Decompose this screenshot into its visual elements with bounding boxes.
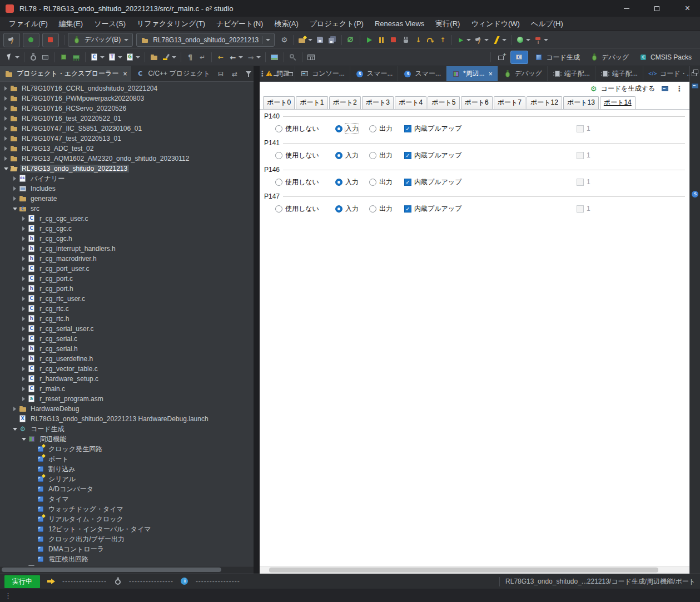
editor-tab-5[interactable]: *周辺...×: [446, 66, 498, 81]
connection-button[interactable]: [514, 34, 532, 46]
tree-item[interactable]: generate: [0, 194, 254, 204]
expand-arrow-icon[interactable]: [11, 176, 18, 181]
maximize-button[interactable]: [284, 68, 296, 80]
tree-item[interactable]: RL78G10Y16_RCServo_20220526: [0, 103, 254, 114]
run-config-button[interactable]: [455, 34, 473, 46]
checkbox-icon[interactable]: ✓: [404, 179, 411, 186]
tree-item[interactable]: r_cg_rtc.h: [0, 314, 254, 324]
scrollbar-thumb[interactable]: [269, 568, 658, 573]
scrollbar-thumb[interactable]: [2, 568, 221, 572]
menu-item-9[interactable]: 実行(R): [430, 17, 465, 31]
expand-arrow-icon[interactable]: [20, 367, 27, 371]
radio-option[interactable]: 出力: [369, 177, 404, 187]
expand-arrow-icon[interactable]: [20, 377, 27, 381]
expand-arrow-icon[interactable]: [20, 246, 27, 251]
tree-item[interactable]: 電圧検出回路: [0, 554, 254, 564]
tree-item[interactable]: Includes: [0, 184, 254, 194]
rail-restore-panel-button[interactable]: [691, 68, 699, 77]
expand-arrow-icon[interactable]: [20, 256, 27, 261]
radio-option[interactable]: 出力: [369, 124, 404, 134]
new-cfile-button[interactable]: [88, 52, 106, 63]
radio-selected-icon[interactable]: [335, 152, 342, 159]
pullup-checkbox-option[interactable]: ✓内蔵プルアップ: [404, 177, 476, 187]
coverage-button[interactable]: [23, 33, 39, 47]
view-menu-icon[interactable]: [675, 85, 684, 93]
extra-checkbox-option[interactable]: 1: [577, 125, 590, 132]
expand-arrow-icon[interactable]: [2, 106, 9, 111]
radio-icon[interactable]: [369, 179, 376, 186]
radio-option[interactable]: 使用しない: [275, 151, 335, 160]
editor-horizontal-scrollbar[interactable]: [260, 566, 689, 574]
editor-tab-8[interactable]: 端子配...: [595, 66, 643, 81]
explorer-horizontal-scrollbar[interactable]: [0, 566, 254, 574]
rail-smart-mini-button[interactable]: [691, 190, 699, 199]
expand-arrow-icon[interactable]: [20, 327, 27, 331]
collapse-arrow-icon[interactable]: [20, 438, 27, 441]
tree-item[interactable]: r_cg_rtc.c: [0, 304, 254, 314]
expand-arrow-icon[interactable]: [20, 216, 27, 221]
port-tab-ポート3[interactable]: ポート3: [362, 96, 394, 109]
expand-arrow-icon[interactable]: [2, 126, 9, 131]
tree-item[interactable]: コード生成: [0, 424, 254, 434]
maximize-window-button[interactable]: [644, 0, 669, 17]
tree-item[interactable]: r_cg_macrodriver.h: [0, 254, 254, 264]
tree-item[interactable]: バイナリー: [0, 174, 254, 184]
filter-button[interactable]: [242, 68, 255, 80]
tree-item[interactable]: src: [0, 204, 254, 214]
checkbox-icon[interactable]: ✓: [404, 125, 411, 132]
resume-button[interactable]: [363, 34, 375, 46]
explorer-tab-1[interactable]: プロジェクト・エクスプローラー×: [0, 66, 131, 81]
edit-back-button[interactable]: [215, 52, 227, 63]
editor-tab-3[interactable]: スマー...: [350, 66, 399, 81]
save-button[interactable]: [314, 34, 326, 46]
tree-item[interactable]: A/Dコンバータ: [0, 484, 254, 494]
rail-console-blue-button[interactable]: [691, 82, 699, 91]
collapse-arrow-icon[interactable]: [11, 428, 18, 431]
expand-arrow-icon[interactable]: [2, 136, 9, 141]
cursor-button[interactable]: [3, 52, 21, 63]
save-all-button[interactable]: [326, 34, 339, 46]
pilcrow-button[interactable]: [184, 52, 196, 63]
tree-item[interactable]: クロック出力/ブザー出力: [0, 534, 254, 544]
minimize-window-button[interactable]: [614, 0, 639, 17]
expand-arrow-icon[interactable]: [2, 116, 9, 121]
expand-arrow-icon[interactable]: [20, 236, 27, 241]
expand-arrow-icon[interactable]: [2, 96, 9, 101]
tree-item[interactable]: r_cg_port.c: [0, 274, 254, 284]
tree-item[interactable]: RL78G13_ondo_shitudo_20221213 HardwareDe…: [0, 414, 254, 424]
trace-button[interactable]: [39, 52, 52, 63]
radio-selected-icon[interactable]: [335, 179, 342, 186]
radio-option[interactable]: 入力: [335, 124, 369, 134]
expand-arrow-icon[interactable]: [20, 337, 27, 341]
open-folder-button[interactable]: [148, 52, 160, 63]
new-gfile-button[interactable]: [124, 52, 142, 63]
menu-item-1[interactable]: ファイル(F): [3, 17, 53, 31]
tree-item[interactable]: r_cg_serial.c: [0, 334, 254, 344]
tree-item[interactable]: r_cg_cgc.h: [0, 234, 254, 244]
pullup-checkbox-option[interactable]: ✓内蔵プルアップ: [404, 124, 476, 134]
suspend-button[interactable]: [375, 34, 388, 46]
panel-splitter[interactable]: [254, 66, 260, 574]
pullup-checkbox-option[interactable]: ✓内蔵プルアップ: [404, 151, 476, 160]
expand-arrow-icon[interactable]: [20, 297, 27, 301]
perspective-button-3[interactable]: CMSIS Packs: [635, 51, 696, 63]
close-icon[interactable]: ×: [123, 70, 127, 78]
expand-arrow-icon[interactable]: [20, 277, 27, 281]
editor-tab-2[interactable]: コンソー...: [295, 66, 350, 81]
port-tab-ポート7[interactable]: ポート7: [494, 96, 525, 109]
tree-item[interactable]: ウォッチドッグ・タイマ: [0, 504, 254, 514]
editor-tab-4[interactable]: スマー...: [398, 66, 446, 81]
radio-icon[interactable]: [275, 125, 282, 132]
radio-option[interactable]: 入力: [335, 204, 369, 214]
memory-button[interactable]: [70, 52, 82, 63]
stop-red-button[interactable]: [42, 33, 59, 47]
tree-item[interactable]: リアルタイム・クロック: [0, 514, 254, 524]
tree-item[interactable]: 割り込み: [0, 464, 254, 474]
expand-arrow-icon[interactable]: [20, 267, 27, 271]
checkbox-icon[interactable]: [577, 179, 584, 186]
tree-item[interactable]: RL78G13_AQM1602_AM2320_ondo_shitudo_2023…: [0, 154, 254, 164]
expand-arrow-icon[interactable]: [20, 287, 27, 291]
expand-arrow-icon[interactable]: [11, 407, 18, 411]
tree-item[interactable]: r_cg_port.h: [0, 284, 254, 294]
expand-arrow-icon[interactable]: [20, 317, 27, 321]
